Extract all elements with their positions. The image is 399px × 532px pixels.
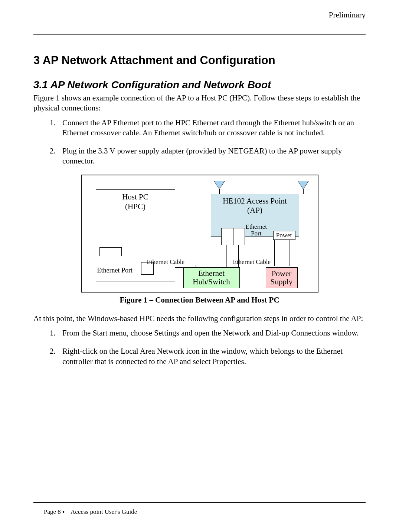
figure-diagram: Host PC (HPC) Ethernet Port HE102 Access… <box>81 175 318 293</box>
list-number: 2. <box>50 346 56 356</box>
header-preliminary: Preliminary <box>33 10 366 20</box>
figure-1: Host PC (HPC) Ethernet Port HE102 Access… <box>33 175 366 305</box>
list-text: From the Start menu, choose Settings and… <box>62 328 359 337</box>
ethernet-cable-label: Ethernet Cable <box>233 258 271 266</box>
ap-ethernet-port-label: Ethernet Port <box>246 224 267 237</box>
footer-title: Access point User's Guide <box>71 508 137 515</box>
hub-l1: Ethernet <box>198 269 225 278</box>
antenna-icon <box>298 181 308 189</box>
hub-l2: Hub/Switch <box>193 277 230 286</box>
hpc-card-box <box>99 247 122 256</box>
intro-paragraph: Figure 1 shows an example connection of … <box>33 93 366 113</box>
subsection-heading: 3.1 AP Network Configuration and Network… <box>33 79 366 91</box>
list-number: 1. <box>50 118 56 128</box>
list-item: 1.Connect the AP Ethernet port to the HP… <box>50 118 366 138</box>
ethernet-cable-label: Ethernet Cable <box>147 258 185 266</box>
page-footer: Page 8 • Access point User's Guide <box>44 508 137 516</box>
footer-bullet-icon: • <box>62 508 65 515</box>
list-number: 1. <box>50 328 56 338</box>
after-figure-paragraph: At this point, the Windows-based HPC nee… <box>33 314 366 324</box>
ps-l2: Supply <box>271 277 293 286</box>
section-heading: 3 AP Network Attachment and Configuratio… <box>33 54 366 67</box>
ap-power-box: Power <box>273 231 295 240</box>
figure-caption: Figure 1 – Connection Between AP and Hos… <box>120 295 279 305</box>
antenna-stem <box>303 189 304 194</box>
top-rule <box>33 34 366 35</box>
power-supply-box: Power Supply <box>266 267 298 288</box>
ap-eport-l1: Ethernet <box>246 223 267 230</box>
antenna-stem <box>219 189 220 194</box>
ap-eport-l2: Port <box>251 230 261 237</box>
list-item: 2.Plug in the 3.3 V power supply adapter… <box>50 146 366 166</box>
hpc-port-label: Ethernet Port <box>97 267 133 274</box>
footer-page: Page 8 <box>44 508 61 515</box>
steps-list-b: 1.From the Start menu, choose Settings a… <box>33 328 366 367</box>
hpc-label-2: (HPC) <box>125 202 145 211</box>
list-text: Plug in the 3.3 V power supply adapter (… <box>62 146 342 165</box>
list-number: 2. <box>50 146 56 156</box>
ap-label-1: HE102 Access Point <box>223 196 287 206</box>
steps-list-a: 1.Connect the AP Ethernet port to the HP… <box>33 118 366 166</box>
ap-ethernet-port-box2 <box>233 228 245 245</box>
antenna-icon <box>214 181 225 189</box>
ap-ethernet-port-box <box>221 228 233 245</box>
list-text: Right-click on the Local Area Network ic… <box>62 347 343 366</box>
list-item: 2.Right-click on the Local Area Network … <box>50 346 366 367</box>
ps-l1: Power <box>272 269 292 278</box>
list-item: 1.From the Start menu, choose Settings a… <box>50 328 366 338</box>
bottom-rule <box>33 502 366 503</box>
list-text: Connect the AP Ethernet port to the HPC … <box>62 118 354 137</box>
hpc-label-1: Host PC <box>122 192 148 202</box>
ap-label-2: (AP) <box>247 206 262 215</box>
ethernet-hub-box: Ethernet Hub/Switch <box>183 267 240 288</box>
